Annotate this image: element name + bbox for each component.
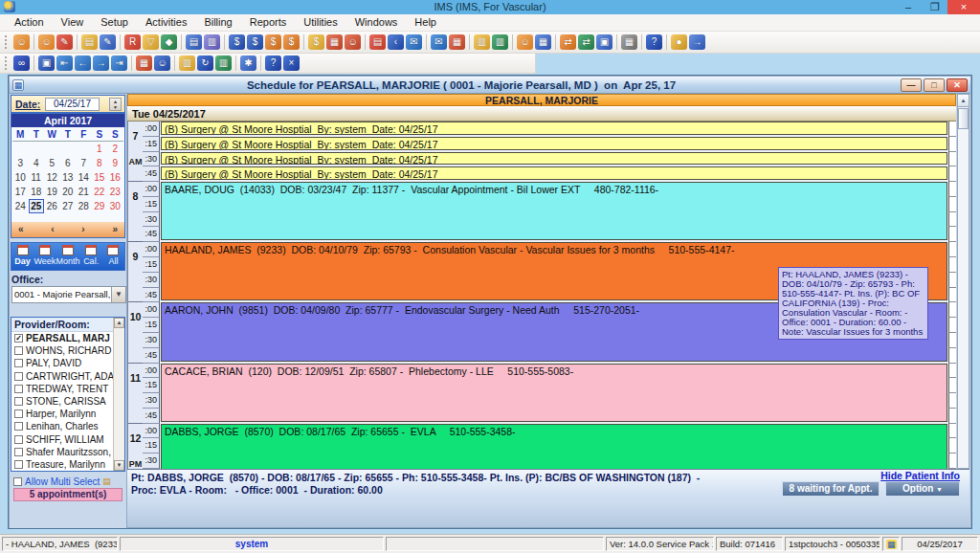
menu-billing[interactable]: Billing <box>195 14 240 31</box>
documents-icon[interactable]: ▥ <box>474 34 490 50</box>
refresh-icon[interactable]: ↻ <box>197 55 213 71</box>
calendar-day-29[interactable]: 29 <box>92 199 108 213</box>
surgery-block-700[interactable]: (B) Surgery @ St Moore Hosptial By: syst… <box>161 122 947 135</box>
office-dropdown[interactable]: 0001 - Majorie Pearsall, M ▼ <box>11 286 126 303</box>
scrollbar-thumb[interactable] <box>958 108 969 129</box>
calendar-day-20[interactable]: 20 <box>60 185 77 199</box>
window-icon[interactable]: ▣ <box>596 34 612 50</box>
empty-slot[interactable] <box>948 212 956 228</box>
copy-chart-icon[interactable]: ▥ <box>204 34 220 50</box>
calendar-day-9[interactable]: 9 <box>107 156 123 170</box>
last-record-icon[interactable]: ⇥ <box>111 55 127 71</box>
empty-slot[interactable] <box>948 182 956 197</box>
calendar-day-10[interactable]: 10 <box>12 170 29 185</box>
folder-icon[interactable]: ▤ <box>81 34 98 50</box>
close-icon[interactable]: × <box>283 55 300 71</box>
ledger-icon[interactable]: $ <box>265 34 281 50</box>
lab-icon[interactable]: ▽ <box>143 34 159 50</box>
empty-slot[interactable] <box>948 197 956 212</box>
option-button[interactable]: Option ▼ <box>885 481 960 497</box>
provider-item[interactable]: WOHNS, RICHARD <box>11 344 113 357</box>
close-button[interactable]: × <box>947 0 980 14</box>
provider-checkbox[interactable] <box>14 359 23 367</box>
calendar-day-16[interactable]: 16 <box>107 170 123 185</box>
provider-checkbox[interactable] <box>14 460 23 469</box>
surgery-block-715[interactable]: (B) Surgery @ St Moore Hosptial By: syst… <box>161 137 947 150</box>
statement-icon[interactable]: $ <box>308 34 324 50</box>
grid-scrollbar[interactable]: ▲ <box>957 94 969 469</box>
calendar-day-3[interactable]: 3 <box>12 156 29 170</box>
provider-checkbox[interactable] <box>14 409 23 418</box>
calendar-day-4[interactable]: 4 <box>29 156 45 170</box>
chevron-down-icon[interactable]: ▼ <box>111 287 125 302</box>
view-week[interactable]: Week <box>33 243 56 270</box>
paste-icon[interactable]: ▥ <box>179 55 195 71</box>
calendar-day-23[interactable]: 23 <box>107 185 123 199</box>
multi-select-checkbox[interactable] <box>13 477 22 486</box>
view-all[interactable]: All <box>102 243 124 270</box>
empty-slot[interactable] <box>948 393 956 409</box>
calendar-day-6[interactable]: 6 <box>60 156 77 170</box>
schedule-grid-icon[interactable]: ▦ <box>326 34 343 50</box>
schedule-close-button[interactable]: ✕ <box>947 78 968 92</box>
calendar-day-28[interactable]: 28 <box>76 199 92 213</box>
provider-item[interactable]: ✓PEARSALL, MARJ <box>11 332 113 344</box>
calendar-day-11[interactable]: 11 <box>29 170 45 185</box>
calendar-day-26[interactable]: 26 <box>44 199 60 213</box>
receive-mail-icon[interactable]: ✉ <box>431 34 447 50</box>
back-icon[interactable]: ‹ <box>388 34 404 50</box>
calendar-day-2[interactable]: 2 <box>107 142 123 156</box>
empty-slot[interactable] <box>948 166 956 182</box>
print-icon[interactable]: ▣ <box>38 55 55 71</box>
provider-item[interactable]: STONE, CARISSA <box>11 395 113 408</box>
calendar-day-12[interactable]: 12 <box>44 170 60 185</box>
view-cal[interactable]: Cal. <box>80 243 102 270</box>
menu-help[interactable]: Help <box>406 14 445 31</box>
provider-checkbox[interactable] <box>14 422 23 431</box>
empty-slot[interactable] <box>948 152 956 167</box>
menu-activities[interactable]: Activities <box>137 14 195 31</box>
empty-slot[interactable] <box>948 348 956 364</box>
new-patient-icon[interactable]: ☺ <box>38 34 55 50</box>
surgery-block-745[interactable]: (B) Surgery @ St Moore Hosptial By: syst… <box>161 166 947 180</box>
referral-letter-icon[interactable]: ▤ <box>369 34 386 50</box>
calendar-day-13[interactable]: 13 <box>60 170 77 185</box>
lock-icon[interactable]: ● <box>671 34 687 50</box>
menu-view[interactable]: View <box>53 14 93 31</box>
appt-cacace[interactable]: CACACE, BRIAN (120) DOB: 12/09/51 Zip: 6… <box>161 364 947 422</box>
empty-slot[interactable] <box>948 453 956 469</box>
calendar-day-15[interactable]: 15 <box>92 170 108 185</box>
minimize-button[interactable]: – <box>896 0 921 14</box>
menu-reports[interactable]: Reports <box>241 14 296 31</box>
scroll-up-icon[interactable]: ▲ <box>958 95 969 107</box>
patient-card-icon[interactable]: ☺ <box>517 34 533 50</box>
empty-slot[interactable] <box>948 409 956 424</box>
help-icon[interactable]: ? <box>646 34 662 50</box>
charges-icon[interactable]: $ <box>247 34 263 50</box>
date-input[interactable]: 04/25/17 <box>45 98 100 111</box>
rx-icon[interactable]: R <box>124 34 141 50</box>
calendar-day-1[interactable]: 1 <box>92 142 108 156</box>
send-mail-icon[interactable]: ✉ <box>406 34 422 50</box>
day-view-icon[interactable]: ▦ <box>136 55 152 71</box>
menu-setup[interactable]: Setup <box>92 14 137 31</box>
calendar-day-22[interactable]: 22 <box>92 185 108 199</box>
settings-icon[interactable]: ▦ <box>621 34 637 50</box>
find-patient-icon[interactable]: ☺ <box>13 34 30 50</box>
provider-item[interactable]: Treasure, Marilynn <box>11 458 113 471</box>
refresh-doc-icon[interactable]: ⇄ <box>560 34 576 50</box>
provider-item[interactable]: TREDWAY, TRENT <box>11 383 113 395</box>
schedule-maximize-button[interactable]: □ <box>924 78 945 92</box>
empty-slot[interactable] <box>948 122 956 137</box>
empty-slot[interactable] <box>948 137 956 152</box>
patient-profile-icon[interactable]: ☺ <box>154 55 170 71</box>
scroll-down-icon[interactable]: ▼ <box>114 460 124 471</box>
calendar-day-19[interactable]: 19 <box>44 185 60 199</box>
empty-slot[interactable] <box>948 257 956 273</box>
provider-checkbox[interactable] <box>14 346 23 355</box>
menu-utilities[interactable]: Utilities <box>295 14 345 31</box>
empty-slot[interactable] <box>948 438 956 453</box>
appt-dabbs[interactable]: DABBS, JORGE (8570) DOB: 08/17/65 Zip: 6… <box>161 424 947 469</box>
calendar-next-year-icon[interactable]: » <box>112 222 118 237</box>
search-icon[interactable]: ∞ <box>13 55 30 71</box>
